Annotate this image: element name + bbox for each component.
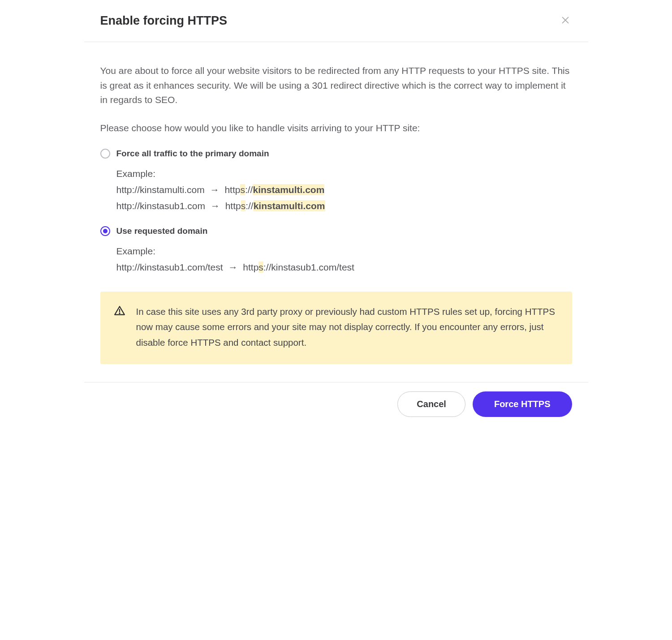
example-from: http://kinstasub1.com/test [116, 262, 223, 272]
highlight-domain: kinstamulti.com [253, 184, 324, 195]
highlight-s: s [258, 262, 263, 273]
option-force-primary: Force all traffic to the primary domain … [100, 149, 572, 214]
modal-body: You are about to force all your website … [84, 42, 588, 382]
radio-inner-dot [103, 229, 108, 233]
modal-header: Enable forcing HTTPS [84, 0, 588, 42]
example-line: http://kinstamulti.com → https://kinstam… [116, 182, 572, 198]
warning-text: In case this site uses any 3rd party pro… [136, 304, 559, 351]
arrow-icon: → [228, 259, 237, 275]
modal-title: Enable forcing HTTPS [100, 14, 228, 28]
example-label: Example: [116, 243, 572, 259]
modal-footer: Cancel Force HTTPS [84, 382, 588, 433]
arrow-icon: → [211, 198, 220, 214]
force-https-modal: Enable forcing HTTPS You are about to fo… [84, 0, 588, 433]
example-from: http://kinstamulti.com [116, 185, 205, 195]
example-to-prefix: http [225, 201, 241, 211]
example-from: http://kinstasub1.com [116, 201, 205, 211]
close-button[interactable] [559, 13, 572, 28]
radio-unchecked[interactable] [100, 149, 110, 159]
intro-paragraph-2: Please choose how would you like to hand… [100, 121, 572, 136]
example-to-rest: ://kinstasub1.com/test [263, 262, 354, 272]
option-label: Force all traffic to the primary domain [116, 149, 269, 159]
example-line: http://kinstasub1.com/test → https://kin… [116, 259, 572, 275]
example-block: Example: http://kinstamulti.com → https:… [116, 166, 572, 214]
highlight-domain: kinstamulti.com [254, 200, 325, 211]
option-header[interactable]: Force all traffic to the primary domain [100, 149, 572, 159]
cancel-button[interactable]: Cancel [397, 391, 465, 417]
svg-point-3 [119, 313, 120, 313]
warning-box: In case this site uses any 3rd party pro… [100, 292, 572, 365]
example-label: Example: [116, 166, 572, 182]
option-use-requested: Use requested domain Example: http://kin… [100, 226, 572, 275]
arrow-icon: → [210, 182, 220, 198]
example-to-prefix: http [224, 185, 240, 195]
example-to-scheme: :// [246, 201, 254, 211]
highlight-s: s [241, 200, 246, 211]
intro-paragraph-1: You are about to force all your website … [100, 64, 572, 107]
example-to-prefix: http [243, 262, 258, 272]
example-to-scheme: :// [245, 185, 253, 195]
example-line: http://kinstasub1.com → https://kinstamu… [116, 198, 572, 214]
close-icon [560, 15, 570, 26]
radio-checked[interactable] [100, 226, 110, 236]
example-block: Example: http://kinstasub1.com/test → ht… [116, 243, 572, 275]
option-label: Use requested domain [116, 226, 208, 236]
warning-icon [114, 305, 125, 351]
highlight-s: s [240, 184, 245, 195]
force-https-button[interactable]: Force HTTPS [473, 391, 572, 417]
option-header[interactable]: Use requested domain [100, 226, 572, 236]
